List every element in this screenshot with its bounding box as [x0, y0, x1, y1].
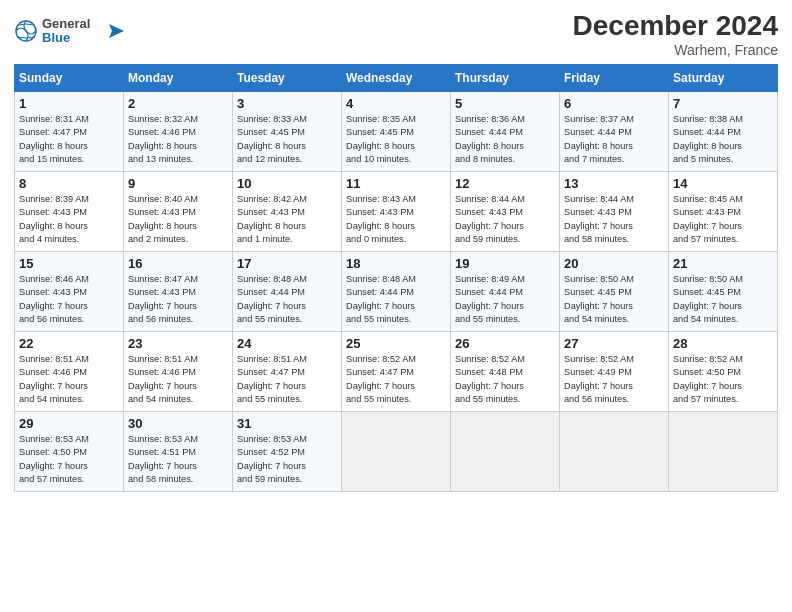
- day-number: 27: [564, 336, 664, 351]
- header-monday: Monday: [124, 65, 233, 92]
- day-number: 26: [455, 336, 555, 351]
- day-number: 4: [346, 96, 446, 111]
- calendar-cell: 14Sunrise: 8:45 AM Sunset: 4:43 PM Dayli…: [669, 172, 778, 252]
- calendar-cell: 7Sunrise: 8:38 AM Sunset: 4:44 PM Daylig…: [669, 92, 778, 172]
- day-number: 29: [19, 416, 119, 431]
- day-info: Sunrise: 8:31 AM Sunset: 4:47 PM Dayligh…: [19, 113, 119, 166]
- calendar-cell: 9Sunrise: 8:40 AM Sunset: 4:43 PM Daylig…: [124, 172, 233, 252]
- day-info: Sunrise: 8:53 AM Sunset: 4:50 PM Dayligh…: [19, 433, 119, 486]
- calendar-week-row: 8Sunrise: 8:39 AM Sunset: 4:43 PM Daylig…: [15, 172, 778, 252]
- calendar-cell: 22Sunrise: 8:51 AM Sunset: 4:46 PM Dayli…: [15, 332, 124, 412]
- day-info: Sunrise: 8:53 AM Sunset: 4:51 PM Dayligh…: [128, 433, 228, 486]
- calendar-week-row: 22Sunrise: 8:51 AM Sunset: 4:46 PM Dayli…: [15, 332, 778, 412]
- header-tuesday: Tuesday: [233, 65, 342, 92]
- day-info: Sunrise: 8:40 AM Sunset: 4:43 PM Dayligh…: [128, 193, 228, 246]
- calendar-cell: 11Sunrise: 8:43 AM Sunset: 4:43 PM Dayli…: [342, 172, 451, 252]
- day-number: 10: [237, 176, 337, 191]
- header-thursday: Thursday: [451, 65, 560, 92]
- day-number: 9: [128, 176, 228, 191]
- calendar-week-row: 29Sunrise: 8:53 AM Sunset: 4:50 PM Dayli…: [15, 412, 778, 492]
- day-info: Sunrise: 8:48 AM Sunset: 4:44 PM Dayligh…: [346, 273, 446, 326]
- day-number: 8: [19, 176, 119, 191]
- day-number: 22: [19, 336, 119, 351]
- day-info: Sunrise: 8:52 AM Sunset: 4:50 PM Dayligh…: [673, 353, 773, 406]
- calendar-cell: 4Sunrise: 8:35 AM Sunset: 4:45 PM Daylig…: [342, 92, 451, 172]
- day-number: 14: [673, 176, 773, 191]
- header-friday: Friday: [560, 65, 669, 92]
- calendar-cell: [342, 412, 451, 492]
- calendar-cell: 16Sunrise: 8:47 AM Sunset: 4:43 PM Dayli…: [124, 252, 233, 332]
- header-saturday: Saturday: [669, 65, 778, 92]
- day-number: 7: [673, 96, 773, 111]
- calendar-cell: 24Sunrise: 8:51 AM Sunset: 4:47 PM Dayli…: [233, 332, 342, 412]
- calendar-cell: 6Sunrise: 8:37 AM Sunset: 4:44 PM Daylig…: [560, 92, 669, 172]
- svg-text:Blue: Blue: [42, 30, 70, 45]
- day-info: Sunrise: 8:49 AM Sunset: 4:44 PM Dayligh…: [455, 273, 555, 326]
- day-info: Sunrise: 8:50 AM Sunset: 4:45 PM Dayligh…: [673, 273, 773, 326]
- day-info: Sunrise: 8:38 AM Sunset: 4:44 PM Dayligh…: [673, 113, 773, 166]
- calendar-cell: 29Sunrise: 8:53 AM Sunset: 4:50 PM Dayli…: [15, 412, 124, 492]
- day-info: Sunrise: 8:35 AM Sunset: 4:45 PM Dayligh…: [346, 113, 446, 166]
- day-info: Sunrise: 8:48 AM Sunset: 4:44 PM Dayligh…: [237, 273, 337, 326]
- day-info: Sunrise: 8:51 AM Sunset: 4:46 PM Dayligh…: [128, 353, 228, 406]
- day-number: 30: [128, 416, 228, 431]
- header-sunday: Sunday: [15, 65, 124, 92]
- logo-wordmark: General Blue: [14, 10, 124, 56]
- calendar-cell: 1Sunrise: 8:31 AM Sunset: 4:47 PM Daylig…: [15, 92, 124, 172]
- day-number: 11: [346, 176, 446, 191]
- calendar-cell: 12Sunrise: 8:44 AM Sunset: 4:43 PM Dayli…: [451, 172, 560, 252]
- day-number: 28: [673, 336, 773, 351]
- day-number: 12: [455, 176, 555, 191]
- page-container: General Blue December 2024 Warhem, Franc…: [0, 0, 792, 502]
- day-number: 25: [346, 336, 446, 351]
- day-info: Sunrise: 8:39 AM Sunset: 4:43 PM Dayligh…: [19, 193, 119, 246]
- day-info: Sunrise: 8:32 AM Sunset: 4:46 PM Dayligh…: [128, 113, 228, 166]
- calendar-cell: 20Sunrise: 8:50 AM Sunset: 4:45 PM Dayli…: [560, 252, 669, 332]
- day-info: Sunrise: 8:52 AM Sunset: 4:47 PM Dayligh…: [346, 353, 446, 406]
- day-number: 20: [564, 256, 664, 271]
- day-info: Sunrise: 8:37 AM Sunset: 4:44 PM Dayligh…: [564, 113, 664, 166]
- header-wednesday: Wednesday: [342, 65, 451, 92]
- calendar-cell: [669, 412, 778, 492]
- calendar-week-row: 1Sunrise: 8:31 AM Sunset: 4:47 PM Daylig…: [15, 92, 778, 172]
- day-info: Sunrise: 8:52 AM Sunset: 4:49 PM Dayligh…: [564, 353, 664, 406]
- calendar-cell: 13Sunrise: 8:44 AM Sunset: 4:43 PM Dayli…: [560, 172, 669, 252]
- day-info: Sunrise: 8:44 AM Sunset: 4:43 PM Dayligh…: [564, 193, 664, 246]
- day-info: Sunrise: 8:53 AM Sunset: 4:52 PM Dayligh…: [237, 433, 337, 486]
- day-info: Sunrise: 8:51 AM Sunset: 4:47 PM Dayligh…: [237, 353, 337, 406]
- calendar-cell: 10Sunrise: 8:42 AM Sunset: 4:43 PM Dayli…: [233, 172, 342, 252]
- calendar-header-row: Sunday Monday Tuesday Wednesday Thursday…: [15, 65, 778, 92]
- day-info: Sunrise: 8:50 AM Sunset: 4:45 PM Dayligh…: [564, 273, 664, 326]
- calendar-cell: 31Sunrise: 8:53 AM Sunset: 4:52 PM Dayli…: [233, 412, 342, 492]
- calendar-table: Sunday Monday Tuesday Wednesday Thursday…: [14, 64, 778, 492]
- day-number: 23: [128, 336, 228, 351]
- logo: General Blue: [14, 10, 124, 56]
- day-info: Sunrise: 8:45 AM Sunset: 4:43 PM Dayligh…: [673, 193, 773, 246]
- month-title: December 2024: [573, 10, 778, 42]
- day-number: 1: [19, 96, 119, 111]
- calendar-cell: 2Sunrise: 8:32 AM Sunset: 4:46 PM Daylig…: [124, 92, 233, 172]
- calendar-cell: 3Sunrise: 8:33 AM Sunset: 4:45 PM Daylig…: [233, 92, 342, 172]
- day-info: Sunrise: 8:51 AM Sunset: 4:46 PM Dayligh…: [19, 353, 119, 406]
- day-number: 5: [455, 96, 555, 111]
- svg-text:General: General: [42, 16, 90, 31]
- calendar-week-row: 15Sunrise: 8:46 AM Sunset: 4:43 PM Dayli…: [15, 252, 778, 332]
- day-number: 3: [237, 96, 337, 111]
- calendar-cell: 27Sunrise: 8:52 AM Sunset: 4:49 PM Dayli…: [560, 332, 669, 412]
- location-subtitle: Warhem, France: [573, 42, 778, 58]
- day-number: 21: [673, 256, 773, 271]
- day-info: Sunrise: 8:52 AM Sunset: 4:48 PM Dayligh…: [455, 353, 555, 406]
- calendar-cell: 21Sunrise: 8:50 AM Sunset: 4:45 PM Dayli…: [669, 252, 778, 332]
- logo-svg: General Blue: [14, 10, 124, 52]
- day-number: 24: [237, 336, 337, 351]
- calendar-cell: 17Sunrise: 8:48 AM Sunset: 4:44 PM Dayli…: [233, 252, 342, 332]
- day-number: 17: [237, 256, 337, 271]
- day-number: 2: [128, 96, 228, 111]
- day-info: Sunrise: 8:43 AM Sunset: 4:43 PM Dayligh…: [346, 193, 446, 246]
- day-info: Sunrise: 8:44 AM Sunset: 4:43 PM Dayligh…: [455, 193, 555, 246]
- day-number: 13: [564, 176, 664, 191]
- calendar-cell: 18Sunrise: 8:48 AM Sunset: 4:44 PM Dayli…: [342, 252, 451, 332]
- calendar-cell: 28Sunrise: 8:52 AM Sunset: 4:50 PM Dayli…: [669, 332, 778, 412]
- day-number: 19: [455, 256, 555, 271]
- calendar-cell: 19Sunrise: 8:49 AM Sunset: 4:44 PM Dayli…: [451, 252, 560, 332]
